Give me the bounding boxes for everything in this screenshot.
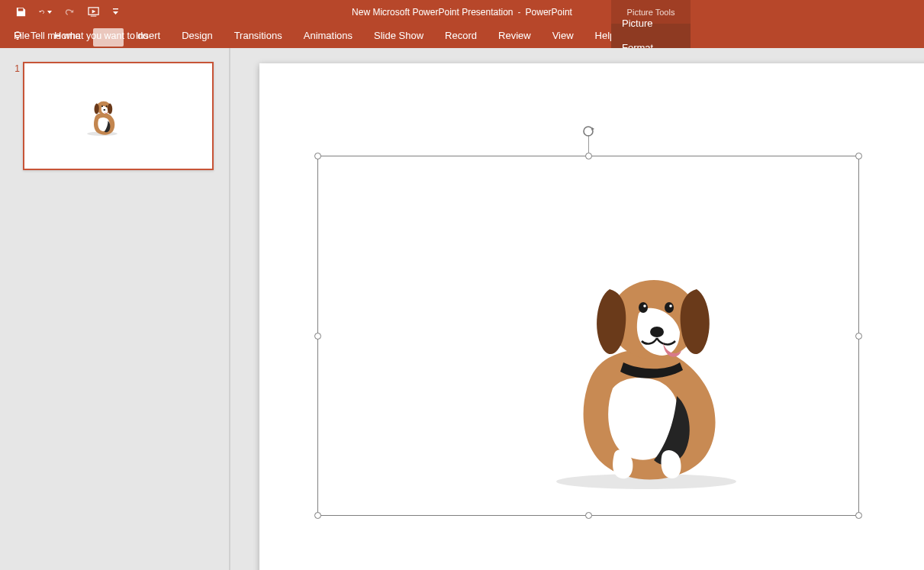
thumbnail-row: 1 — [0, 62, 229, 170]
resize-handle-e[interactable] — [855, 333, 862, 340]
picture-selection-box[interactable] — [317, 156, 859, 516]
resize-handle-sw[interactable] — [314, 512, 321, 519]
svg-point-14 — [669, 304, 672, 308]
svg-point-8 — [584, 127, 593, 136]
quick-access-toolbar — [0, 5, 122, 19]
tab-transitions-label: Transitions — [234, 30, 282, 41]
title-separator: - — [518, 7, 521, 18]
resize-handle-ne[interactable] — [855, 153, 862, 159]
resize-handle-w[interactable] — [314, 333, 321, 340]
tab-record-label: Record — [445, 30, 477, 41]
tab-view-label: View — [552, 30, 574, 41]
tab-picture-format[interactable]: Picture Format — [611, 24, 691, 48]
svg-point-13 — [643, 304, 646, 308]
thumbnail-number: 1 — [6, 62, 20, 74]
svg-rect-1 — [113, 8, 118, 9]
document-name: New Microsoft PowerPoint Presentation — [352, 7, 513, 18]
ribbon-tabs: File Home Insert Design Transitions Anim… — [0, 24, 924, 48]
svg-point-7 — [103, 109, 105, 111]
tab-record[interactable]: Record — [434, 24, 488, 48]
lightbulb-icon — [12, 31, 23, 41]
svg-point-12 — [665, 302, 674, 313]
svg-point-2 — [15, 32, 21, 37]
workspace: 1 — [0, 48, 924, 570]
undo-icon[interactable] — [38, 5, 52, 19]
save-icon[interactable] — [14, 5, 27, 19]
redo-icon[interactable] — [63, 5, 76, 19]
customize-qat-icon[interactable] — [108, 5, 122, 19]
tab-review-label: Review — [498, 30, 531, 41]
svg-point-11 — [639, 302, 648, 313]
slide-thumbnail-pane: 1 — [0, 48, 230, 570]
resize-handle-s[interactable] — [585, 512, 592, 519]
resize-handle-se[interactable] — [855, 512, 862, 519]
dog-thumbnail-image — [84, 97, 121, 137]
tab-review[interactable]: Review — [488, 24, 542, 48]
svg-point-6 — [106, 105, 108, 107]
start-from-beginning-icon[interactable] — [87, 5, 101, 19]
tab-animations[interactable]: Animations — [293, 24, 363, 48]
resize-handle-n[interactable] — [585, 153, 592, 159]
dog-picture[interactable] — [547, 262, 745, 491]
slide-editor[interactable] — [230, 48, 924, 570]
rotation-handle[interactable] — [581, 124, 595, 138]
tab-transitions[interactable]: Transitions — [224, 24, 293, 48]
tab-design[interactable]: Design — [171, 24, 223, 48]
title-bar: New Microsoft PowerPoint Presentation - … — [0, 0, 924, 24]
tab-design-label: Design — [182, 30, 212, 41]
tab-view[interactable]: View — [542, 24, 584, 48]
tab-animations-label: Animations — [304, 30, 353, 41]
tell-me-search[interactable]: Tell me what you want to do — [0, 24, 148, 48]
svg-point-15 — [650, 327, 664, 337]
app-name: PowerPoint — [526, 7, 572, 18]
svg-point-5 — [101, 105, 103, 107]
tab-slideshow[interactable]: Slide Show — [363, 24, 434, 48]
tell-me-placeholder: Tell me what you want to do — [31, 31, 148, 41]
tab-slideshow-label: Slide Show — [374, 30, 423, 41]
window-title: New Microsoft PowerPoint Presentation - … — [352, 0, 572, 24]
resize-handle-nw[interactable] — [314, 153, 321, 159]
slide-thumbnail-1[interactable] — [23, 62, 214, 170]
